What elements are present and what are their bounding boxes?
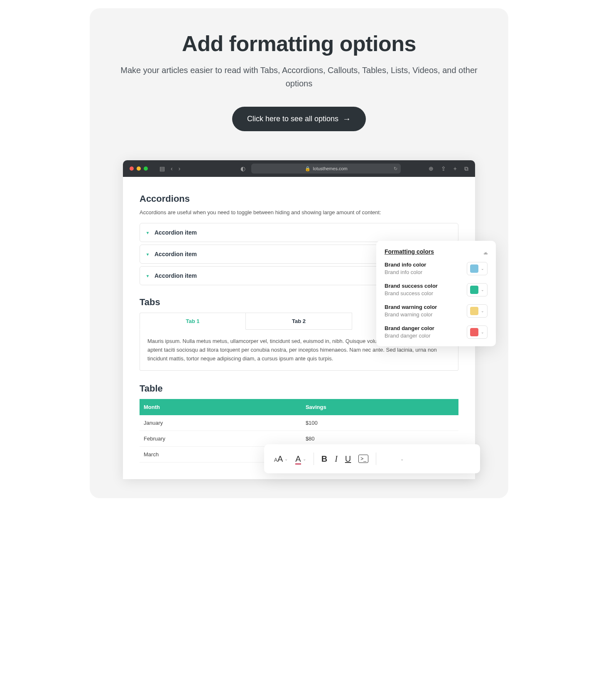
chevron-down-icon: ⌄ [303, 457, 306, 461]
color-picker-button[interactable]: ⌄ [467, 326, 488, 339]
color-setting-info: Brand info color Brand info color ⌄ [385, 262, 488, 275]
url-field[interactable]: ◐ 🔒 lotusthemes.com ↻ [251, 164, 401, 174]
back-icon[interactable]: ‹ [171, 165, 173, 172]
align-button[interactable]: ⌄ [399, 457, 404, 461]
table-cell: $100 [301, 415, 458, 431]
chevron-down-icon: ⌄ [481, 330, 484, 334]
table-heading: Table [140, 383, 458, 394]
minimize-window-icon[interactable] [137, 166, 141, 171]
browser-toolbar: ▤ ‹ › ◐ 🔒 lotusthemes.com ↻ ⊕ ⇪ + ⧉ [123, 160, 475, 177]
page-title: Add formatting options [106, 31, 492, 56]
chevron-down-icon: ⌄ [481, 288, 484, 292]
forward-icon[interactable]: › [179, 165, 181, 172]
swatch-icon [470, 328, 478, 336]
accordion-label: Accordion item [154, 251, 197, 257]
chevron-down-icon: ⌄ [400, 457, 404, 461]
color-title: Brand success color [385, 283, 438, 289]
panel-title[interactable]: Formatting colors ⌄ [385, 248, 488, 255]
sidebar-icon[interactable]: ▤ [159, 165, 165, 172]
downloads-icon[interactable]: ⊕ [429, 165, 434, 172]
accordion-label: Accordion item [154, 272, 197, 279]
bold-button[interactable]: B [321, 454, 327, 464]
tab-1[interactable]: Tab 1 [140, 313, 246, 330]
page-subtitle: Make your articles easier to read with T… [106, 64, 492, 90]
lock-icon: 🔒 [305, 166, 311, 171]
swatch-icon [470, 307, 478, 315]
cta-label: Click here to see all options [247, 115, 338, 123]
share-icon[interactable]: ⇪ [441, 165, 446, 172]
chevron-down-icon: ▾ [147, 252, 149, 257]
color-title: Brand info color [385, 262, 426, 268]
accordion-item[interactable]: ▾ Accordion item [140, 223, 458, 242]
accordions-description: Accordions are useful when you need to t… [140, 209, 458, 215]
chevron-down-icon: ⌄ [481, 267, 484, 271]
chevron-down-icon: ⌄ [481, 309, 484, 313]
cta-button[interactable]: Click here to see all options → [232, 107, 366, 131]
reload-icon[interactable]: ↻ [394, 166, 397, 171]
chevron-down-icon: ⌄ [284, 457, 288, 461]
table-header-month: Month [140, 399, 301, 415]
close-window-icon[interactable] [130, 166, 134, 171]
accordion-label: Accordion item [154, 229, 197, 236]
arrow-right-icon: → [343, 114, 351, 124]
chevron-down-icon: ▾ [147, 230, 149, 235]
color-picker-button[interactable]: ⌄ [467, 262, 488, 275]
color-subtitle: Brand success color [385, 290, 438, 296]
code-block-button[interactable]: >_ [358, 455, 368, 463]
tab-2[interactable]: Tab 2 [246, 313, 352, 330]
maximize-window-icon[interactable] [144, 166, 148, 171]
font-size-button[interactable]: AA ⌄ [274, 454, 288, 464]
color-setting-success: Brand success color Brand success color … [385, 283, 488, 296]
color-setting-danger: Brand danger color Brand danger color ⌄ [385, 325, 488, 339]
color-subtitle: Brand warning color [385, 311, 437, 318]
chevron-down-icon: ▾ [147, 274, 149, 278]
formatting-colors-panel: Formatting colors ⌄ Brand info color Bra… [376, 241, 496, 346]
color-setting-warning: Brand warning color Brand warning color … [385, 304, 488, 318]
underline-button[interactable]: U [345, 454, 351, 464]
table-cell: January [140, 415, 301, 431]
formatting-toolbar: AA ⌄ A ⌄ B I U >_ 123 ⌄ [264, 444, 480, 473]
color-title: Brand warning color [385, 304, 437, 310]
table-header-savings: Savings [301, 399, 458, 415]
color-subtitle: Brand danger color [385, 333, 434, 339]
panel-title-label: Formatting colors [385, 248, 434, 255]
table-row: January $100 [140, 415, 458, 431]
divider [376, 453, 376, 465]
color-title: Brand danger color [385, 325, 434, 331]
italic-button[interactable]: I [335, 454, 338, 464]
color-picker-button[interactable]: ⌄ [467, 283, 488, 296]
divider [314, 453, 314, 465]
url-text: lotusthemes.com [313, 166, 348, 171]
tabs-icon[interactable]: ⧉ [464, 165, 468, 172]
color-picker-button[interactable]: ⌄ [467, 304, 488, 318]
shield-icon: ◐ [240, 165, 245, 172]
swatch-icon [470, 286, 478, 294]
accordions-heading: Accordions [140, 193, 458, 204]
chevron-down-icon: ⌄ [484, 249, 488, 255]
font-color-button[interactable]: A ⌄ [295, 454, 306, 464]
swatch-icon [470, 264, 478, 273]
color-subtitle: Brand info color [385, 269, 426, 275]
new-tab-icon[interactable]: + [453, 165, 457, 172]
